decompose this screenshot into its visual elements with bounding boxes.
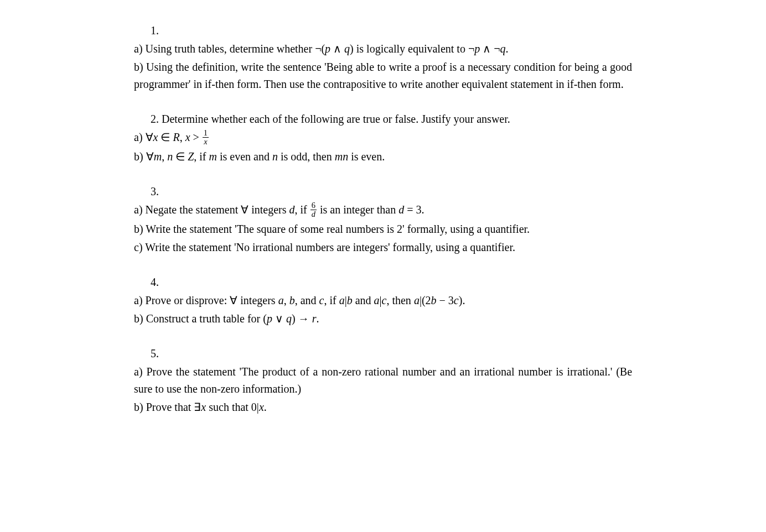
part-text: Write the statement 'No irrational numbe… (145, 241, 515, 253)
part-text: Prove the statement 'The product of a no… (134, 366, 632, 395)
problem-part: a) Using truth tables, determine whether… (134, 40, 632, 58)
part-letter: b) (134, 223, 143, 235)
problem-part: a) Negate the statement ∀ integers d, if… (134, 201, 632, 220)
part-letter: b) (134, 401, 143, 413)
part-letter: a) (134, 43, 143, 55)
part-letter: a) (134, 294, 143, 306)
part-text: Write the statement 'The square of some … (146, 223, 530, 235)
part-letter: a) (134, 366, 143, 378)
part-text: ∀x ∈ R, x > 1x (146, 131, 209, 143)
problem-part: b) Prove that ∃x such that 0|x. (134, 399, 632, 416)
part-letter: c) (134, 241, 143, 253)
problem-part: b) Using the definition, write the sente… (134, 59, 632, 93)
part-letter: b) (134, 150, 143, 163)
page-content: 1. a) Using truth tables, determine whet… (84, 22, 682, 416)
problem-1: 1. a) Using truth tables, determine whet… (134, 22, 632, 93)
problem-part: a) ∀x ∈ R, x > 1x (134, 129, 632, 147)
problem-part: c) Write the statement 'No irrational nu… (134, 239, 632, 256)
part-letter: a) (134, 131, 143, 143)
part-text: Prove that ∃x such that 0|x. (146, 401, 267, 413)
problem-part: a) Prove the statement 'The product of a… (134, 363, 632, 398)
problem-number: 3. (134, 183, 632, 200)
problem-part: b) Construct a truth table for (p ∨ q) →… (134, 310, 632, 327)
problem-3: 3. a) Negate the statement ∀ integers d,… (134, 183, 632, 256)
problem-part: b) ∀m, n ∈ Z, if m is even and n is odd,… (134, 148, 632, 165)
problem-intro: Determine whether each of the following … (162, 113, 510, 125)
part-text: Negate the statement ∀ integers d, if 6d… (146, 204, 425, 216)
part-text: Construct a truth table for (p ∨ q) → r. (146, 312, 319, 325)
part-letter: b) (134, 312, 143, 325)
problem-2: 2. Determine whether each of the followi… (134, 111, 632, 165)
problem-part: a) Prove or disprove: ∀ integers a, b, a… (134, 292, 632, 309)
problem-number: 2. (151, 113, 159, 125)
problem-number: 5. (134, 345, 632, 362)
part-text: Using truth tables, determine whether ¬(… (146, 43, 509, 55)
part-text: Using the definition, write the sentence… (134, 61, 632, 90)
problem-part: b) Write the statement 'The square of so… (134, 221, 632, 238)
problem-4: 4. a) Prove or disprove: ∀ integers a, b… (134, 274, 632, 327)
problem-number: 1. (134, 22, 632, 39)
problem-5: 5. a) Prove the statement 'The product o… (134, 345, 632, 416)
part-letter: b) (134, 61, 143, 73)
part-letter: a) (134, 204, 143, 216)
problem-number: 4. (134, 274, 632, 291)
problem-number-intro: 2. Determine whether each of the followi… (134, 111, 632, 128)
part-text: Prove or disprove: ∀ integers a, b, and … (146, 294, 465, 306)
part-text: ∀m, n ∈ Z, if m is even and n is odd, th… (146, 150, 385, 163)
